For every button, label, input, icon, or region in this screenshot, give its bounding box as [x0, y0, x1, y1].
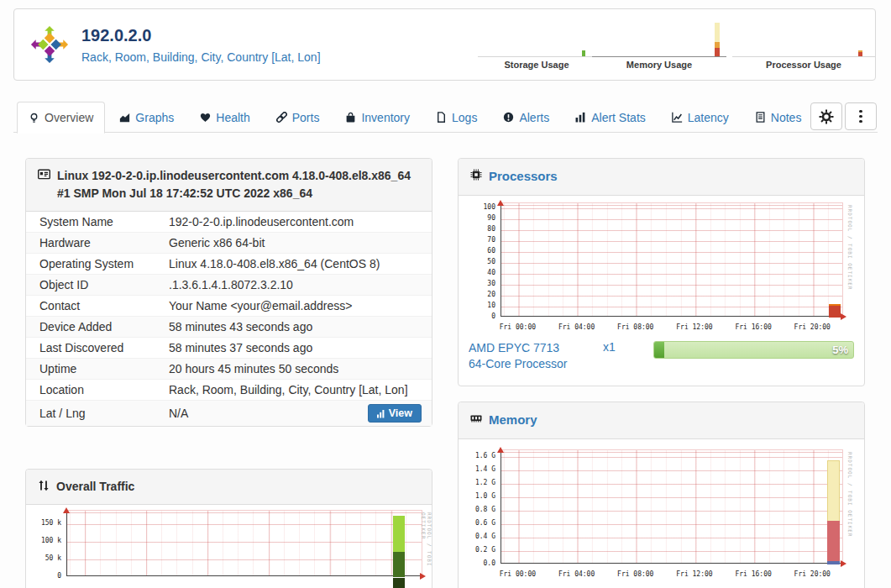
overall-traffic-graph[interactable]: RRDTOOL / TOBI OETIKER: [66, 510, 422, 576]
alert-stats-bars-icon: [575, 112, 586, 123]
cpu-usage-row: AMD EPYC 7713 64-Core Processor x1 5%: [459, 340, 864, 373]
tick-label: Fri 04:00: [558, 570, 595, 578]
latency-linechart-icon: [672, 112, 683, 123]
info-row-hardware: Hardware Generic x86 64-bit: [26, 232, 432, 253]
cpu-usage-percent: 5%: [832, 344, 848, 356]
cpu-usage-bar-fill: [654, 342, 664, 358]
tab-inventory[interactable]: Inventory: [333, 102, 422, 133]
device-ip-title: 192.0.2.0: [81, 26, 321, 45]
tick-label: 0: [57, 573, 61, 580]
tick-label: 1.0 G: [475, 493, 495, 500]
device-more-menu-button[interactable]: [845, 102, 877, 130]
info-row-contact: Contact Your Name <your@email.address>: [26, 295, 432, 316]
tab-label: Ports: [292, 111, 320, 124]
tick-label: Fri 00:00: [500, 323, 536, 331]
tick-label: 150 k: [41, 520, 61, 527]
tick-label: 20: [487, 291, 495, 298]
processors-header: Processors: [459, 159, 864, 196]
graphs-icon: [119, 112, 130, 123]
tab-latency[interactable]: Latency: [660, 102, 741, 133]
tick-label: Fri 20:00: [794, 570, 831, 578]
health-heart-icon: [200, 112, 211, 123]
info-row-object-id: Object ID .1.3.6.1.4.1.8072.3.2.10: [26, 274, 432, 295]
overview-icon: [29, 113, 39, 123]
memory-usage-label: Memory Usage: [626, 60, 692, 70]
processors-graph[interactable]: RRDTOOL / TOBI OETIKER: [501, 202, 843, 317]
tab-notes[interactable]: Notes: [743, 102, 814, 133]
memory-usage-minigraph[interactable]: Memory Usage: [592, 19, 726, 70]
tick-label: Fri 16:00: [735, 323, 771, 331]
signal-bars-icon: [377, 409, 385, 418]
device-header: 192.0.2.0 Rack, Room, Building, City, Co…: [13, 8, 876, 81]
tab-alerts[interactable]: Alerts: [491, 102, 561, 133]
overall-traffic-title: Overall Traffic: [56, 478, 134, 496]
info-row-device-added: Device Added 58 minutes 43 seconds ago: [26, 316, 432, 337]
tick-label: 0.4 G: [475, 533, 495, 540]
tick-label: Fri 20:00: [794, 323, 831, 331]
overall-traffic-header: Overall Traffic: [26, 470, 432, 505]
memory-title: Memory: [489, 411, 537, 430]
cpu-count-link[interactable]: x1: [603, 340, 653, 373]
traffic-out-spike: [393, 552, 405, 577]
tick-label: Fri 12:00: [676, 323, 712, 331]
processors-title: Processors: [489, 167, 558, 186]
gear-icon: [819, 109, 834, 124]
address-card-icon: [38, 169, 50, 180]
tick-label: 0.2 G: [475, 547, 495, 554]
rrdtool-credit: RRDTOOL / TOBI OETIKER: [847, 205, 853, 290]
x-axis-arrow: [841, 313, 850, 320]
tab-overview[interactable]: Overview: [17, 102, 105, 134]
tab-graphs[interactable]: Graphs: [107, 102, 186, 133]
processor-sparkline: [732, 19, 875, 58]
tick-label: Fri 04:00: [558, 323, 595, 331]
tick-label: 70: [487, 237, 495, 244]
info-row-last-discovered: Last Discovered 58 minutes 37 seconds ag…: [26, 337, 432, 358]
tick-label: 0.8 G: [475, 507, 495, 513]
tick-label: 100: [484, 204, 495, 211]
tick-label: 10: [487, 302, 495, 309]
tab-health[interactable]: Health: [188, 102, 261, 133]
info-row-operating-system: Operating System Linux 4.18.0-408.el8.x8…: [26, 253, 432, 274]
cpu-name-link[interactable]: AMD EPYC 7713 64-Core Processor: [469, 340, 603, 373]
tick-label: 1.6 G: [475, 453, 495, 459]
memory-header: Memory: [459, 402, 864, 439]
processors-y-axis-labels: 1009080706050403020100: [459, 204, 495, 320]
tick-label: 30: [487, 281, 495, 287]
notes-file-icon: [755, 112, 766, 123]
logs-file-icon: [436, 112, 447, 123]
processor-usage-label: Processor Usage: [766, 60, 841, 70]
tick-label: 50: [487, 259, 495, 265]
device-location-subtitle: Rack, Room, Building, City, Country [Lat…: [81, 50, 321, 64]
tab-label: Overview: [45, 111, 93, 124]
tab-label: Notes: [771, 111, 802, 124]
latlng-value: N/A: [169, 407, 188, 420]
tab-list: Overview Graphs Health Ports Inventory L…: [13, 101, 878, 133]
processor-usage-minigraph[interactable]: Processor Usage: [732, 19, 875, 70]
y-axis-arrow: [497, 197, 504, 206]
tab-alert-stats[interactable]: Alert Stats: [563, 102, 658, 133]
tick-label: 1.4 G: [475, 466, 495, 473]
device-tabbar: Overview Graphs Health Ports Inventory L…: [13, 101, 878, 133]
tick-label: Fri 00:00: [500, 570, 536, 578]
tick-label: 0: [491, 313, 495, 320]
rrdtool-credit: RRDTOOL / TOBI OETIKER: [847, 452, 853, 537]
view-location-button[interactable]: View: [368, 404, 422, 423]
tab-logs[interactable]: Logs: [424, 102, 489, 133]
tab-ports[interactable]: Ports: [265, 102, 332, 133]
device-settings-button[interactable]: [810, 102, 842, 130]
device-info-card: Linux 192-0-2-0.ip.linodeusercontent.com…: [25, 158, 432, 427]
tab-label: Latency: [688, 111, 729, 124]
info-row-location: Location Rack, Room, Building, City, Cou…: [26, 379, 432, 400]
tick-label: 90: [487, 215, 495, 222]
y-axis-arrow: [63, 504, 70, 513]
inventory-bag-icon: [345, 112, 356, 123]
tick-label: 60: [487, 248, 495, 255]
memory-used-spike: [827, 521, 840, 561]
tab-label: Logs: [452, 111, 477, 124]
storage-usage-minigraph[interactable]: Storage Usage: [478, 19, 595, 70]
tick-label: 1.2 G: [475, 480, 495, 486]
tab-label: Health: [216, 111, 249, 124]
memory-graph[interactable]: RRDTOOL / TOBI OETIKER: [501, 449, 843, 564]
tick-label: 100 k: [41, 538, 61, 544]
traffic-spike-cropped: [393, 578, 405, 588]
